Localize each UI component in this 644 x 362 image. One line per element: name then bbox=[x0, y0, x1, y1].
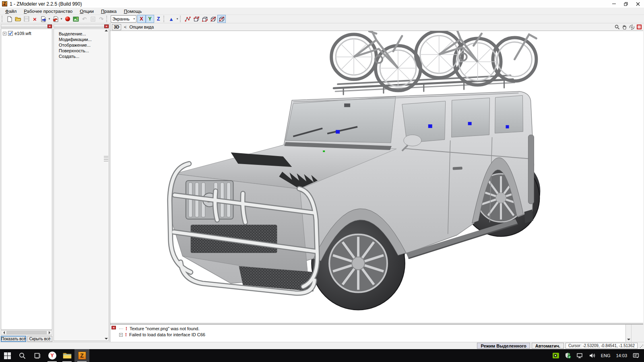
selected-mode-toggle[interactable]: Режим Выделенного bbox=[477, 343, 530, 349]
show-all-button[interactable]: Показать всё bbox=[1, 336, 26, 342]
resize-grip[interactable] bbox=[640, 344, 643, 348]
panel-splitter-grip[interactable] bbox=[104, 156, 108, 162]
scroll-left-button[interactable] bbox=[1, 331, 6, 335]
menu-workspace[interactable]: Рабочее пространство bbox=[20, 8, 76, 14]
minimize-button[interactable] bbox=[608, 0, 620, 8]
primitive-cone-button[interactable]: ▲ bbox=[167, 15, 175, 23]
export-button[interactable] bbox=[51, 15, 60, 23]
pan-hand-icon[interactable] bbox=[622, 24, 627, 30]
viewport-canvas[interactable]: B bbox=[110, 31, 643, 323]
menu-help[interactable]: Помощь bbox=[120, 8, 145, 14]
tray-nvidia[interactable] bbox=[550, 349, 562, 362]
network-icon bbox=[577, 353, 583, 358]
system-tray: ENG 14:03 bbox=[550, 349, 644, 362]
close-button[interactable] bbox=[632, 0, 644, 8]
scene-panel-header[interactable]: × bbox=[1, 24, 52, 28]
menu-file[interactable]: Файл bbox=[2, 8, 20, 14]
warning-icon: ! bbox=[125, 332, 127, 337]
taskbar-app-zmodeler[interactable]: Z bbox=[74, 349, 89, 362]
menu-edit[interactable]: Правка bbox=[97, 8, 120, 14]
view-mode-dropdown[interactable]: Экраннь ▾ bbox=[111, 15, 136, 23]
language-indicator[interactable]: ENG bbox=[598, 349, 613, 362]
import-icon bbox=[41, 16, 46, 22]
clock[interactable]: 14:03 bbox=[613, 349, 630, 362]
commands-scroll-down[interactable] bbox=[105, 338, 108, 339]
texture-browser-button[interactable] bbox=[72, 15, 80, 23]
command-modifiers[interactable]: Модификации... bbox=[54, 37, 109, 42]
commands-panel-close-button[interactable]: × bbox=[104, 25, 109, 28]
commands-scroll-up[interactable] bbox=[105, 30, 108, 31]
warning-icon: ! bbox=[126, 326, 127, 331]
view-mode-button[interactable]: 3D bbox=[112, 24, 121, 30]
export-icon bbox=[53, 16, 58, 22]
commands-list: Выделение... Модификации... Отображение.… bbox=[54, 29, 109, 341]
action-center-button[interactable] bbox=[630, 349, 642, 362]
zoom-icon[interactable] bbox=[615, 25, 620, 30]
new-file-button[interactable] bbox=[5, 15, 14, 23]
restore-button[interactable] bbox=[620, 0, 632, 8]
view-back-button[interactable]: < bbox=[124, 25, 126, 29]
log-scroll-down[interactable] bbox=[627, 339, 630, 340]
start-button[interactable] bbox=[0, 349, 15, 362]
objects-level-active-button[interactable] bbox=[217, 15, 226, 23]
tree-hscrollbar[interactable] bbox=[1, 330, 52, 335]
export-dropdown[interactable]: ▾ bbox=[60, 15, 63, 23]
import-button[interactable] bbox=[39, 15, 47, 23]
axis-z-button[interactable]: Z bbox=[154, 15, 163, 23]
app-icon[interactable]: Z bbox=[2, 1, 7, 6]
objects-level-icon bbox=[210, 16, 216, 22]
axis-x-button[interactable]: X bbox=[137, 15, 146, 23]
tray-volume[interactable] bbox=[586, 349, 598, 362]
log-scrollbar[interactable] bbox=[625, 325, 631, 342]
import-dropdown[interactable]: ▾ bbox=[47, 15, 51, 23]
command-create[interactable]: Создать... bbox=[54, 53, 109, 59]
tree-expander[interactable]: + bbox=[3, 32, 6, 35]
log-entry[interactable]: ! Texture "nomer.png" was not found. bbox=[119, 326, 200, 331]
viewport-header: 3D < Опции вида bbox=[110, 23, 643, 31]
automatic-toggle[interactable]: Автоматич. bbox=[532, 343, 564, 349]
tray-network[interactable] bbox=[574, 349, 586, 362]
history-button[interactable] bbox=[89, 15, 97, 23]
view-options-label[interactable]: Опции вида bbox=[129, 25, 154, 29]
redo-button[interactable]: ↷ bbox=[97, 15, 105, 23]
objects-level-button[interactable] bbox=[209, 15, 217, 23]
hscroll-thumb[interactable] bbox=[6, 331, 47, 334]
undo-button[interactable]: ↶ bbox=[80, 15, 89, 23]
search-icon bbox=[19, 352, 26, 359]
delete-button[interactable]: × bbox=[31, 15, 39, 23]
texture-image-icon bbox=[73, 16, 79, 22]
scene-panel-close-button[interactable]: × bbox=[47, 25, 52, 28]
hide-all-button[interactable]: Скрыть всё bbox=[27, 336, 52, 342]
log-expander[interactable]: + bbox=[119, 333, 123, 337]
polygons-level-button[interactable] bbox=[200, 15, 209, 23]
open-file-button[interactable] bbox=[14, 15, 22, 23]
edges-level-button[interactable] bbox=[192, 15, 200, 23]
scroll-right-button[interactable] bbox=[47, 331, 52, 335]
task-view-button[interactable] bbox=[30, 349, 45, 362]
log-entry[interactable]: + ! Failed to load data for interface ID… bbox=[119, 332, 205, 337]
command-selection[interactable]: Выделение... bbox=[54, 31, 109, 37]
commands-panel-header[interactable]: × bbox=[54, 24, 109, 28]
taskbar-app-explorer[interactable] bbox=[60, 349, 74, 362]
model-suv-with-bikes: B bbox=[110, 31, 643, 321]
visibility-checkbox[interactable] bbox=[8, 31, 13, 36]
viewport-active-indicator[interactable] bbox=[637, 25, 642, 29]
search-button[interactable] bbox=[15, 349, 30, 362]
axis-y-button[interactable]: Y bbox=[146, 15, 154, 23]
tree-row[interactable]: + e109.wft bbox=[1, 29, 52, 36]
save-button[interactable] bbox=[22, 15, 31, 23]
menu-options[interactable]: Опции bbox=[76, 8, 97, 14]
material-editor-button[interactable] bbox=[63, 15, 72, 23]
vertices-level-button[interactable] bbox=[184, 15, 192, 23]
primitive-dropdown[interactable]: ▾ bbox=[175, 15, 179, 23]
command-surface[interactable]: Поверхность... bbox=[54, 48, 109, 53]
taskbar-app-yandex[interactable]: Y bbox=[45, 349, 60, 362]
tray-defender[interactable] bbox=[562, 349, 574, 362]
toolbar-grip bbox=[106, 16, 108, 22]
taskbar: Y Z ENG 14:03 bbox=[0, 349, 644, 362]
scene-tree[interactable]: + e109.wft bbox=[1, 29, 52, 330]
command-display[interactable]: Отображение... bbox=[54, 42, 109, 48]
log-close-button[interactable]: × bbox=[111, 326, 116, 329]
orbit-icon[interactable] bbox=[629, 25, 635, 30]
save-icon bbox=[24, 16, 29, 22]
